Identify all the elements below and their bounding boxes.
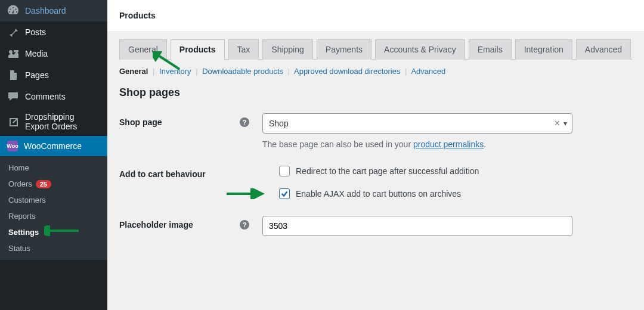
subtab-downloadable[interactable]: Downloadable products xyxy=(202,67,283,76)
submenu-reports[interactable]: Reports xyxy=(0,208,107,224)
submenu-customers[interactable]: Customers xyxy=(0,192,107,208)
content-area: Products General Products Tax Shipping P… xyxy=(107,0,644,310)
section-heading: Shop pages xyxy=(119,86,632,99)
row-placeholder: Placeholder image? xyxy=(119,216,632,236)
sidebar-label: Dashboard xyxy=(25,6,66,16)
select-value: Shop xyxy=(269,119,551,128)
submenu-settings[interactable]: Settings xyxy=(0,224,107,240)
settings-subtabs: General | Inventory | Downloadable produ… xyxy=(119,67,632,76)
shop-page-select[interactable]: Shop × ▾ xyxy=(262,113,572,134)
sidebar-label: Posts xyxy=(25,27,46,37)
row-add-to-cart: Add to cart behaviour Redirect to the ca… xyxy=(119,166,632,199)
admin-sidebar: Dashboard Posts Media Pages Comments Dro… xyxy=(0,0,107,310)
settings-tabs: General Products Tax Shipping Payments A… xyxy=(119,39,632,60)
subtab-approved[interactable]: Approved download directories xyxy=(294,67,401,76)
tab-accounts[interactable]: Accounts & Privacy xyxy=(375,39,465,60)
tab-shipping[interactable]: Shipping xyxy=(262,39,313,60)
row-shop-page: Shop page? Shop × ▾ The base page can al… xyxy=(119,113,632,149)
woocommerce-icon: Woo xyxy=(7,141,18,151)
sidebar-submenu: Home Orders25 Customers Reports Settings… xyxy=(0,156,107,260)
annotation-arrow-icon xyxy=(44,225,80,236)
help-icon[interactable]: ? xyxy=(240,117,249,127)
sidebar-item-dropshipping[interactable]: Dropshipping Export Orders xyxy=(0,107,107,136)
sidebar-item-dashboard[interactable]: Dashboard xyxy=(0,0,107,21)
subtab-inventory[interactable]: Inventory xyxy=(159,67,191,76)
ajax-label: Enable AJAX add to cart buttons on archi… xyxy=(296,189,461,199)
sidebar-item-media[interactable]: Media xyxy=(0,43,107,64)
clear-icon[interactable]: × xyxy=(551,118,564,129)
tab-integration[interactable]: Integration xyxy=(515,39,572,60)
help-icon[interactable]: ? xyxy=(240,220,249,230)
sidebar-item-woocommerce[interactable]: Woo WooCommerce xyxy=(0,136,107,156)
redirect-checkbox[interactable] xyxy=(279,166,290,176)
media-icon xyxy=(7,48,19,60)
submenu-home[interactable]: Home xyxy=(0,160,107,176)
subtab-general[interactable]: General xyxy=(119,67,148,76)
pin-icon xyxy=(7,26,19,38)
comment-icon xyxy=(7,91,19,103)
sidebar-label: Comments xyxy=(25,92,66,101)
page-title: Products xyxy=(107,0,644,31)
sidebar-label: Media xyxy=(25,49,48,58)
tab-emails[interactable]: Emails xyxy=(469,39,512,60)
submenu-orders[interactable]: Orders25 xyxy=(0,176,107,192)
sidebar-item-pages[interactable]: Pages xyxy=(0,64,107,86)
placeholder-image-input[interactable] xyxy=(262,216,572,236)
subtab-advanced[interactable]: Advanced xyxy=(411,67,445,76)
help-text: The base page can also be used in your p… xyxy=(262,140,572,149)
ajax-checkbox[interactable] xyxy=(279,188,290,199)
export-icon xyxy=(7,116,19,128)
svg-point-0 xyxy=(9,50,13,54)
sidebar-item-comments[interactable]: Comments xyxy=(0,86,107,107)
tab-general[interactable]: General xyxy=(119,39,167,60)
product-permalinks-link[interactable]: product permalinks xyxy=(413,140,484,149)
tab-products[interactable]: Products xyxy=(171,39,225,60)
page-icon xyxy=(7,69,19,81)
annotation-arrow-icon xyxy=(225,188,267,199)
tab-payments[interactable]: Payments xyxy=(317,39,371,60)
submenu-status[interactable]: Status xyxy=(0,240,107,256)
tab-tax[interactable]: Tax xyxy=(228,39,259,60)
tab-advanced[interactable]: Advanced xyxy=(576,39,631,60)
sidebar-item-posts[interactable]: Posts xyxy=(0,21,107,43)
sidebar-label: Dropshipping Export Orders xyxy=(25,112,100,131)
orders-badge: 25 xyxy=(36,180,51,188)
sidebar-label: WooCommerce xyxy=(24,141,82,151)
sidebar-label: Pages xyxy=(25,70,49,80)
chevron-down-icon: ▾ xyxy=(564,119,567,128)
gauge-icon xyxy=(7,5,19,17)
redirect-label: Redirect to the cart page after successf… xyxy=(296,166,479,176)
